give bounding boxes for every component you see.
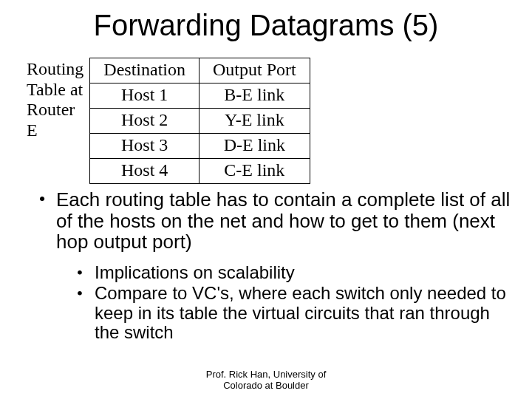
bullet-level-2: • Compare to VC's, where each switch onl…	[65, 284, 516, 342]
table-row: Host 4 C-E link	[90, 159, 310, 184]
cell-destination: Host 3	[90, 134, 200, 159]
col-header-destination: Destination	[90, 58, 200, 83]
table-caption: Routing Table at Router E	[27, 59, 83, 140]
caption-line: E	[27, 120, 38, 140]
routing-table-block: Routing Table at Router E Destination Ou…	[27, 58, 310, 184]
cell-output-port: Y-E link	[200, 109, 310, 134]
bullet-text: Each routing table has to contain a comp…	[56, 189, 516, 253]
cell-output-port: C-E link	[200, 159, 310, 184]
cell-output-port: B-E link	[200, 83, 310, 109]
caption-line: Table at	[27, 80, 83, 99]
bullet-dot-icon: •	[65, 284, 95, 342]
bullet-dot-icon: •	[65, 263, 95, 282]
footer-line: Prof. Rick Han, University of	[206, 369, 327, 380]
caption-line: Routing	[27, 59, 83, 78]
table-row: Host 3 D-E link	[90, 134, 310, 159]
cell-destination: Host 2	[90, 109, 200, 134]
table-row: Host 2 Y-E link	[90, 109, 310, 134]
bullet-sublist: • Implications on scalability • Compare …	[65, 263, 516, 343]
bullet-list: • Each routing table has to contain a co…	[28, 189, 516, 344]
bullet-dot-icon: •	[28, 189, 56, 253]
slide-footer: Prof. Rick Han, University of Colorado a…	[0, 369, 532, 392]
footer-line: Colorado at Boulder	[223, 380, 309, 391]
slide: Forwarding Datagrams (5) Routing Table a…	[0, 0, 532, 399]
table-header-row: Destination Output Port	[90, 58, 310, 83]
slide-title: Forwarding Datagrams (5)	[0, 9, 532, 42]
bullet-level-2: • Implications on scalability	[65, 263, 516, 282]
cell-destination: Host 4	[90, 159, 200, 184]
table-row: Host 1 B-E link	[90, 83, 310, 109]
bullet-text: Implications on scalability	[95, 263, 516, 282]
caption-line: Router	[27, 100, 75, 119]
bullet-text: Compare to VC's, where each switch only …	[95, 284, 516, 342]
routing-table: Destination Output Port Host 1 B-E link …	[89, 58, 310, 184]
bullet-level-1: • Each routing table has to contain a co…	[28, 189, 516, 253]
cell-destination: Host 1	[90, 83, 200, 109]
col-header-output-port: Output Port	[200, 58, 310, 83]
cell-output-port: D-E link	[200, 134, 310, 159]
